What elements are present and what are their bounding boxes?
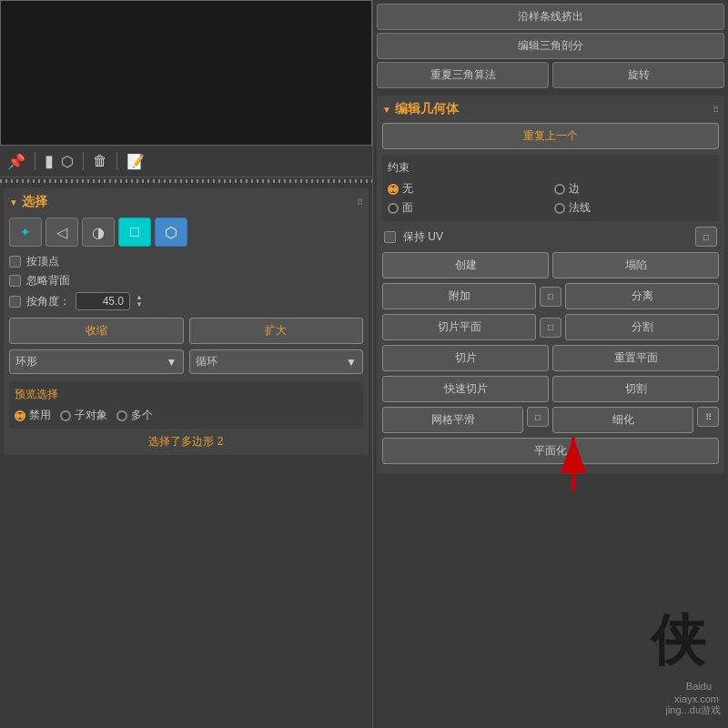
keep-uv-label: 保持 UV — [403, 229, 443, 245]
separator2 — [83, 152, 84, 170]
constraint-radios: 无 边 面 法线 — [388, 181, 713, 216]
slice-options-btn[interactable]: □ — [540, 318, 561, 338]
create-btn[interactable]: 创建 — [382, 252, 549, 278]
radio-multi[interactable]: 多个 — [116, 408, 153, 423]
constraint-face-label: 面 — [402, 200, 413, 216]
radio-multi-label: 多个 — [131, 408, 153, 423]
select-section: ▼ 选择 ⠿ ✦ ◁ ◑ □ ⬡ 按顶点 忽略背面 — [4, 188, 369, 455]
expand-btn[interactable]: 扩大 — [189, 318, 364, 344]
preview-title: 预览选择 — [15, 387, 358, 402]
ring-select[interactable]: 环形 ▼ — [9, 349, 184, 374]
constraint-edge-circle — [554, 184, 565, 195]
constraint-normal-circle — [554, 203, 565, 214]
repeat-btn[interactable]: 重复上一个 — [382, 123, 719, 149]
left-panel: 📌 ▮ ⬡ 🗑 📝 ▼ 选择 ⠿ ✦ ◁ ◑ □ ⬡ — [0, 0, 373, 728]
ignore-back-row: 忽略背面 — [9, 273, 363, 288]
mesh-smooth-btn[interactable]: 网格平滑 — [382, 407, 523, 433]
spin-arrows[interactable]: ▲ ▼ — [136, 294, 143, 308]
constraint-title: 约束 — [388, 160, 713, 176]
angle-checkbox[interactable] — [9, 296, 21, 308]
smooth-options-btn[interactable]: □ — [527, 407, 549, 427]
constraint-edge-label: 边 — [569, 181, 580, 197]
retriangulate-btn[interactable]: 重夏三角算法 — [377, 62, 549, 88]
smooth-refine-row: 网格平滑 □ 细化 ⠿ — [382, 407, 719, 433]
radio-disable-label: 禁用 — [29, 408, 51, 423]
mode-dot[interactable]: ✦ — [9, 217, 42, 247]
trash-icon[interactable]: 🗑 — [93, 153, 107, 169]
constraint-none[interactable]: 无 — [388, 181, 547, 197]
radio-disable[interactable]: 禁用 — [15, 408, 51, 423]
shrink-btn[interactable]: 收缩 — [9, 318, 184, 344]
cut-btn[interactable]: 切割 — [552, 376, 719, 402]
uv-small-btn[interactable]: □ — [695, 227, 717, 247]
radio-child-circle — [60, 410, 71, 421]
preview-area — [0, 0, 372, 146]
constraint-normal-label: 法线 — [569, 200, 591, 216]
extrude-spline-btn[interactable]: 沿样条线挤出 — [377, 4, 724, 30]
uv-options-btn[interactable]: □ — [695, 227, 717, 247]
radio-child-label: 子对象 — [75, 408, 107, 423]
mode-half[interactable]: ◑ — [82, 217, 115, 247]
by-vertex-row: 按顶点 — [9, 254, 363, 269]
angle-row: 按角度： ▲ ▼ — [9, 292, 363, 310]
by-vertex-checkbox[interactable] — [9, 256, 21, 268]
attach-btn[interactable]: 附加 — [382, 283, 536, 309]
planarize-btn[interactable]: 平面化 — [382, 438, 719, 464]
main-container: 📌 ▮ ⬡ 🗑 📝 ▼ 选择 ⠿ ✦ ◁ ◑ □ ⬡ — [0, 0, 728, 728]
ignore-back-label: 忽略背面 — [26, 273, 70, 288]
slice-reset-row: 切片 重置平面 — [382, 345, 719, 371]
ring-chevron: ▼ — [167, 356, 177, 369]
reset-plane-btn[interactable]: 重置平面 — [552, 345, 719, 371]
section-title: 选择 — [22, 194, 47, 210]
dotted-separator — [0, 179, 372, 183]
angle-label: 按角度： — [26, 294, 70, 309]
loop-select[interactable]: 循环 ▼ — [189, 349, 364, 374]
edit-arrow: ▼ — [382, 105, 391, 115]
ring-loop-row: 环形 ▼ 循环 ▼ — [9, 349, 363, 374]
constraint-edge[interactable]: 边 — [554, 181, 713, 197]
uv-row: 保持 UV □ — [382, 227, 719, 247]
constraint-face-circle — [388, 203, 399, 214]
mode-triangle[interactable]: ◁ — [46, 217, 78, 247]
ignore-back-checkbox[interactable] — [9, 275, 21, 287]
collapse-btn[interactable]: 塌陷 — [552, 252, 719, 278]
link-icon[interactable]: ⬡ — [61, 153, 74, 170]
slice-btn[interactable]: 切片 — [382, 345, 549, 371]
refine-btn[interactable]: 细化 — [552, 407, 693, 433]
pin-icon[interactable]: 📌 — [7, 153, 25, 170]
mode-3d[interactable]: ⬡ — [155, 217, 187, 247]
constraint-face[interactable]: 面 — [388, 200, 547, 216]
angle-input[interactable] — [76, 292, 130, 310]
edit-triangulation-btn[interactable]: 编辑三角剖分 — [377, 33, 724, 59]
separator1 — [35, 152, 35, 170]
attach-options-btn[interactable]: □ — [540, 287, 561, 307]
radio-multi-circle — [116, 410, 127, 421]
radio-child[interactable]: 子对象 — [60, 408, 107, 423]
constraint-none-label: 无 — [402, 181, 413, 197]
edit-icon[interactable]: 📝 — [126, 153, 145, 170]
edit-geometry-header: ▼ 编辑几何体 ⠿ — [382, 101, 719, 117]
split-btn[interactable]: 分割 — [565, 314, 719, 340]
edit-geometry-section: ▼ 编辑几何体 ⠿ 重复上一个 约束 无 边 — [377, 96, 724, 474]
edit-handle: ⠿ — [713, 105, 719, 115]
by-vertex-label: 按顶点 — [26, 254, 59, 269]
radio-disable-circle — [15, 410, 25, 421]
slice-plane-row: 切片平面 □ 分割 — [382, 314, 719, 340]
quickslice-cut-row: 快速切片 切割 — [382, 376, 719, 402]
preview-radio-row: 禁用 子对象 多个 — [15, 408, 358, 423]
constraint-normal[interactable]: 法线 — [554, 200, 713, 216]
right-panel: 沿样条线挤出 编辑三角剖分 重夏三角算法 旋转 ▼ 编辑几何体 ⠿ 重复上一个 … — [373, 0, 728, 728]
slice-plane-btn[interactable]: 切片平面 — [382, 314, 536, 340]
quick-slice-btn[interactable]: 快速切片 — [382, 376, 549, 402]
top-menu: 沿样条线挤出 编辑三角剖分 重夏三角算法 旋转 — [373, 0, 728, 92]
tube-icon[interactable]: ▮ — [45, 151, 54, 171]
constraint-box: 约束 无 边 面 — [382, 155, 719, 221]
keep-uv-checkbox[interactable] — [384, 231, 396, 243]
refine-options-btn[interactable]: ⠿ — [697, 407, 719, 427]
detach-btn[interactable]: 分离 — [565, 283, 719, 309]
planarize-row: 平面化 — [382, 438, 719, 464]
mode-square[interactable]: □ — [118, 217, 151, 247]
shrink-expand-row: 收缩 扩大 — [9, 318, 363, 344]
rotate-btn[interactable]: 旋转 — [552, 62, 724, 88]
toolbar-row: 📌 ▮ ⬡ 🗑 📝 — [0, 146, 372, 177]
